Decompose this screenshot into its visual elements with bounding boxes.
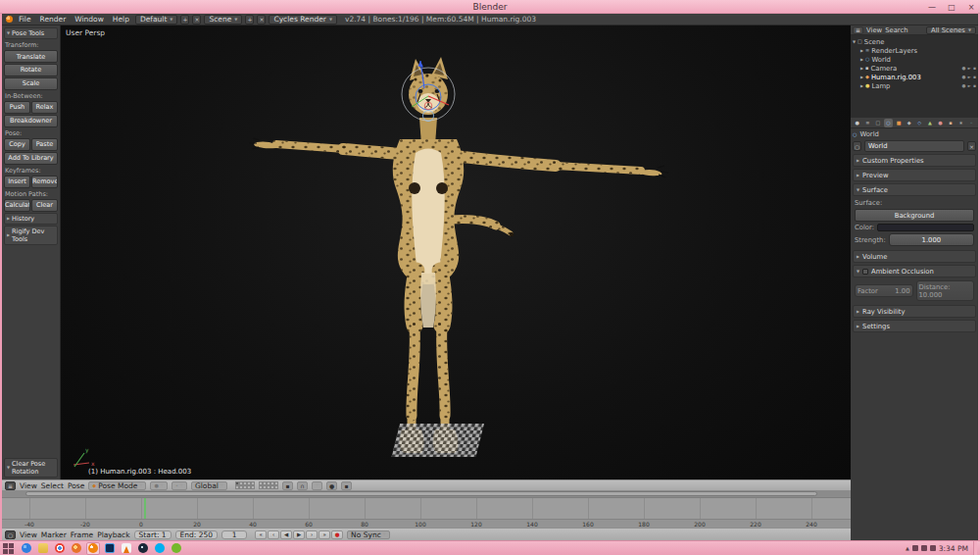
clock[interactable]: 3:34 PM xyxy=(939,544,968,553)
ray-visibility-panel-header[interactable]: ▶ Ray Visibility xyxy=(853,305,976,318)
taskbar-file-explorer[interactable] xyxy=(36,542,50,555)
play-reverse-button[interactable]: ◀ xyxy=(280,530,292,539)
timeline-editor[interactable]: -40 -20 0 20 40 60 80 100 120 140 160 18… xyxy=(2,490,851,528)
minimize-button[interactable]: — xyxy=(926,3,938,12)
render-engine-selector[interactable]: Cycles Render ▼ xyxy=(269,15,337,25)
frame-end-field[interactable]: End: 250 xyxy=(175,530,218,539)
tab-material-icon[interactable]: ● xyxy=(936,119,946,127)
paste-pose-button[interactable]: Paste xyxy=(31,138,58,151)
tab-render-layers-icon[interactable]: ≡ xyxy=(863,119,873,127)
add-to-library-button[interactable]: Add To Library xyxy=(4,152,58,165)
record-button[interactable]: ● xyxy=(331,530,343,539)
outliner-editor-type-button[interactable]: ≡ xyxy=(853,26,863,34)
outliner-label[interactable]: Lamp xyxy=(871,82,890,90)
next-keyframe-button[interactable]: › xyxy=(306,530,318,539)
scene-selector[interactable]: Scene ▼ xyxy=(204,15,242,25)
tab-physics-icon[interactable]: ◦ xyxy=(966,119,976,127)
outliner-row-scene[interactable]: ▼ □ Scene xyxy=(853,37,976,46)
show-desktop-button[interactable] xyxy=(973,541,977,555)
scale-button[interactable]: Scale xyxy=(4,77,58,90)
outliner-label[interactable]: RenderLayers xyxy=(871,47,917,55)
frame-start-field[interactable]: Start: 1 xyxy=(134,530,172,539)
menu-search-outliner[interactable]: Search xyxy=(885,26,907,34)
pose-tools-panel-header[interactable]: ▼ Pose Tools xyxy=(4,27,58,39)
outliner-display-mode[interactable]: All Scenes ▼ xyxy=(926,26,976,34)
push-button[interactable]: Push xyxy=(4,101,30,114)
color-swatch[interactable] xyxy=(877,224,974,231)
visibility-eye-icon[interactable]: ● xyxy=(962,83,966,88)
clear-pose-rotation-panel-header[interactable]: ▼ Clear Pose Rotation xyxy=(4,458,58,478)
volume-icon[interactable] xyxy=(921,545,927,551)
viewport-3d[interactable]: x y User Persp (1) Human.rig.003 : Head.… xyxy=(61,25,851,479)
mode-selector[interactable]: ◆ Pose Mode ▼ xyxy=(88,481,146,490)
renderability-icon[interactable]: ▪ xyxy=(973,66,976,71)
visibility-eye-icon[interactable]: ● xyxy=(962,66,966,71)
expand-icon[interactable]: ▶ xyxy=(860,76,863,79)
taskbar-steam[interactable] xyxy=(136,542,150,555)
menu-marker[interactable]: Marker xyxy=(41,530,67,539)
tab-scene-icon[interactable]: □ xyxy=(873,119,883,127)
menu-pose[interactable]: Pose xyxy=(68,481,84,490)
delete-scene-button[interactable]: × xyxy=(257,15,266,25)
history-panel-header[interactable]: ▶ History xyxy=(4,213,58,225)
ambient-occlusion-checkbox[interactable] xyxy=(862,269,868,275)
menu-frame[interactable]: Frame xyxy=(71,530,93,539)
hidden-icons-chevron[interactable]: ▲ xyxy=(906,545,909,551)
tab-constraints-icon[interactable]: ◆ xyxy=(905,119,914,127)
tab-render-icon[interactable]: ● xyxy=(853,119,862,127)
ao-distance-field[interactable]: Distance: 10.000 xyxy=(916,280,975,301)
copy-pose-button[interactable]: Copy xyxy=(4,138,30,151)
render-opengl-anim-icon[interactable]: ▪ xyxy=(341,481,352,490)
rotate-button[interactable]: Rotate xyxy=(4,64,58,76)
maximize-button[interactable]: □ xyxy=(946,3,957,12)
browse-world-button[interactable]: ○ xyxy=(853,141,861,151)
outliner-row-world[interactable]: ▶ ○ World xyxy=(860,55,976,64)
timeline-scrollbar[interactable] xyxy=(25,491,817,496)
custom-properties-panel-header[interactable]: ▶ Custom Properties xyxy=(853,154,976,167)
taskbar-utorrent[interactable] xyxy=(170,542,183,555)
breakdowner-button[interactable]: Breakdowner xyxy=(4,115,58,127)
tab-particles-icon[interactable]: ∗ xyxy=(956,119,966,127)
selectability-icon[interactable]: ► xyxy=(967,83,970,88)
current-frame-indicator[interactable] xyxy=(144,498,146,519)
menu-view-3d[interactable]: View xyxy=(20,481,37,490)
previous-keyframe-button[interactable]: ‹ xyxy=(268,530,279,539)
remove-keyframe-button[interactable]: Remove xyxy=(31,176,58,188)
tab-object-icon[interactable]: ■ xyxy=(894,119,904,127)
outliner-row-armature[interactable]: ▶ ◆ Human.rig.003 ● ► ▪ xyxy=(860,73,976,81)
outliner-row-lamp[interactable]: ▶ ● Lamp ● ► ▪ xyxy=(860,81,976,90)
render-opengl-icon[interactable]: ● xyxy=(326,481,337,490)
pivot-point-selector[interactable]: ◦ ▼ xyxy=(172,481,187,490)
calculate-paths-button[interactable]: Calculate xyxy=(4,199,30,212)
expand-icon[interactable]: ▶ xyxy=(860,49,863,53)
start-button[interactable] xyxy=(3,543,14,554)
transform-orientation-selector[interactable]: Global ▼ xyxy=(191,481,227,490)
jump-to-end-button[interactable]: » xyxy=(318,530,330,539)
surface-shader-button[interactable]: Background xyxy=(855,209,974,222)
tab-world-icon[interactable]: ○ xyxy=(884,119,894,127)
outliner-label[interactable]: Camera xyxy=(870,65,897,73)
editor-type-button[interactable]: ≡ xyxy=(5,481,16,490)
outliner-label[interactable]: World xyxy=(871,56,890,64)
tab-modifiers-icon[interactable]: ◇ xyxy=(914,119,924,127)
selectability-icon[interactable]: ► xyxy=(967,66,970,71)
current-frame-field[interactable]: 1 xyxy=(221,530,247,539)
window-titlebar[interactable]: Blender — □ × xyxy=(0,0,980,14)
taskbar-firefox[interactable] xyxy=(70,542,83,555)
tab-texture-icon[interactable]: ▪ xyxy=(946,119,956,127)
selectability-icon[interactable]: ► xyxy=(967,75,970,79)
sync-mode-selector[interactable]: No Sync ▼ xyxy=(347,530,390,539)
renderability-icon[interactable]: ▪ xyxy=(973,83,976,88)
layers-widget[interactable] xyxy=(235,481,278,489)
network-icon[interactable] xyxy=(912,545,918,551)
snap-element-selector[interactable]: ▼ xyxy=(312,481,322,490)
timeline-track-area[interactable] xyxy=(2,498,851,519)
insert-keyframe-button[interactable]: Insert xyxy=(4,176,30,188)
volume-panel-header[interactable]: ▶ Volume xyxy=(853,250,976,263)
taskbar-chrome[interactable] xyxy=(53,542,67,555)
jump-to-start-button[interactable]: « xyxy=(255,530,267,539)
play-button[interactable]: ▶ xyxy=(293,530,305,539)
unlink-datablock-button[interactable]: × xyxy=(967,141,976,151)
screen-layout-selector[interactable]: Default ▼ xyxy=(135,15,177,25)
expand-icon[interactable]: ▼ xyxy=(853,40,856,44)
